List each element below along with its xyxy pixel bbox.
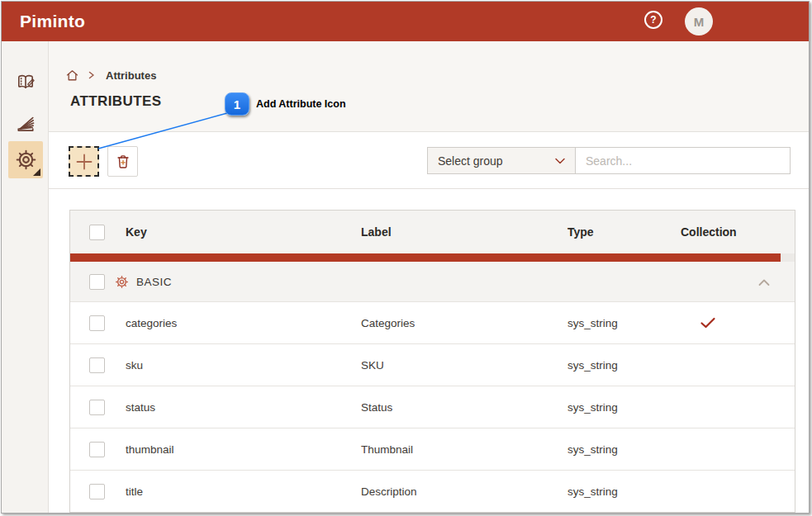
sidebar-item-catalogs[interactable] [2, 71, 49, 94]
column-header-type: Type [567, 225, 681, 239]
table-header-row: Key Label Type Collection [70, 211, 795, 253]
avatar[interactable]: M [685, 7, 713, 36]
toolbar: Select group [49, 132, 809, 189]
table-row[interactable]: thumbnail Thumbnail sys_string [70, 428, 795, 470]
table-section: Key Label Type Collection [49, 189, 809, 513]
avatar-initial: M [694, 15, 705, 29]
group-row-basic[interactable]: BASIC [70, 262, 795, 301]
plus-icon [75, 153, 93, 171]
help-icon[interactable]: ? [644, 11, 662, 29]
checkmark-icon [700, 316, 795, 329]
main-content: Attributes ATTRIBUTES [49, 41, 809, 513]
table-row[interactable]: sku SKU sys_string [70, 343, 795, 386]
breadcrumb-current[interactable]: Attributes [106, 69, 156, 82]
search-input[interactable] [575, 147, 791, 174]
cell-label: SKU [361, 359, 567, 372]
column-header-label: Label [361, 225, 567, 239]
cell-type: sys_string [567, 443, 681, 456]
page-title: ATTRIBUTES [70, 93, 809, 110]
select-all-checkbox[interactable] [89, 225, 105, 240]
cell-type: sys_string [567, 317, 681, 329]
group-name: BASIC [136, 276, 172, 288]
chevron-right-icon [87, 70, 96, 80]
help-glyph: ? [650, 14, 656, 26]
cell-key: title [126, 485, 361, 498]
annotation-label: Add Attribute Icon [256, 98, 346, 110]
delete-attribute-button[interactable] [107, 146, 138, 177]
attributes-table: Key Label Type Collection [69, 210, 795, 513]
annotation-step-badge: 1 [225, 92, 249, 116]
trash-icon [114, 153, 132, 171]
breadcrumb: Attributes [65, 69, 809, 82]
row-checkbox[interactable] [89, 442, 105, 457]
home-icon[interactable] [65, 69, 79, 82]
row-checkbox[interactable] [89, 400, 105, 415]
book-icon [14, 71, 37, 94]
table-row[interactable]: status Status sys_string [70, 386, 795, 428]
cell-label: Description [361, 485, 567, 498]
cell-key: status [126, 401, 361, 414]
row-checkbox[interactable] [89, 357, 105, 373]
annotation-step-number: 1 [234, 97, 240, 111]
accent-bar [70, 253, 781, 262]
cell-label: Categories [361, 317, 567, 329]
cell-key: sku [126, 359, 361, 372]
table-row[interactable]: categories Categories sys_string [70, 301, 795, 343]
gear-icon [15, 149, 37, 171]
stack-icon [14, 112, 37, 135]
group-checkbox[interactable] [89, 274, 105, 290]
column-header-key: Key [126, 225, 361, 239]
chevron-down-icon [553, 154, 567, 168]
cell-label: Status [361, 401, 567, 414]
row-checkbox[interactable] [89, 484, 105, 499]
active-corner-marker [33, 168, 40, 176]
chevron-up-icon[interactable] [757, 277, 772, 287]
row-checkbox[interactable] [89, 315, 105, 331]
group-select-value: Select group [438, 154, 503, 168]
gear-icon [115, 275, 129, 289]
cell-key: categories [126, 317, 361, 329]
cell-label: Thumbnail [361, 443, 567, 456]
app-window: Piminto ? M [1, 1, 810, 514]
accent-bar-track [70, 253, 795, 262]
column-header-collection: Collection [681, 225, 795, 239]
cell-type: sys_string [567, 401, 681, 414]
group-select[interactable]: Select group [427, 147, 576, 174]
page-head: Attributes ATTRIBUTES [49, 41, 809, 132]
cell-type: sys_string [567, 359, 681, 372]
sidebar-item-collections[interactable] [2, 112, 49, 135]
app-header: Piminto ? M [2, 2, 809, 41]
app-title: Piminto [20, 12, 85, 31]
cell-key: thumbnail [126, 443, 361, 456]
add-attribute-button[interactable] [69, 146, 99, 177]
table-row[interactable]: title Description sys_string [70, 470, 795, 512]
sidebar-item-settings[interactable] [8, 141, 43, 178]
cell-type: sys_string [567, 485, 681, 498]
sidebar [2, 41, 49, 513]
